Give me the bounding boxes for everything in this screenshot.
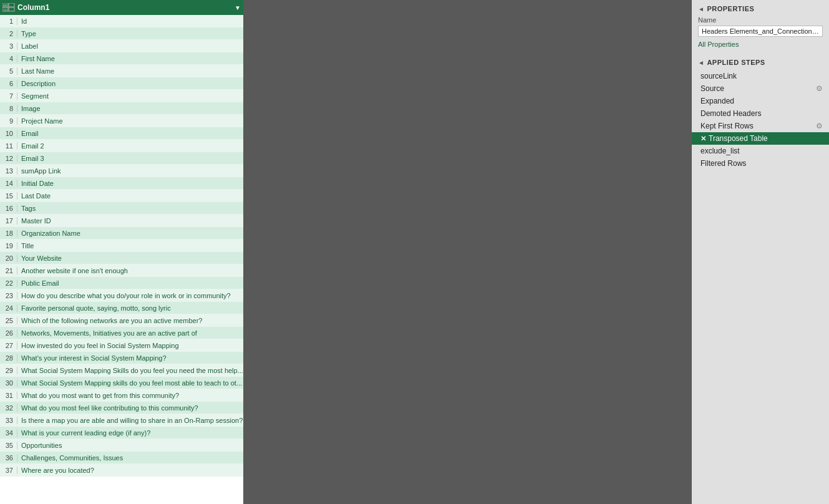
svg-rect-2 (9, 3, 14, 7)
step-label: Kept First Rows (701, 122, 813, 130)
row-number: 1 (0, 17, 17, 25)
properties-collapse-icon[interactable]: ◄ (698, 6, 704, 12)
row-value: Segment (17, 92, 49, 100)
column-header[interactable]: ABC 123 Column1 ▼ (0, 0, 243, 15)
row-number: 30 (0, 379, 17, 387)
table-row: 26Networks, Movements, Initiatives you a… (0, 327, 243, 339)
svg-rect-3 (9, 7, 14, 11)
right-panel: ◄ PROPERTIES Name Headers Elements_and_C… (692, 0, 829, 504)
row-number: 36 (0, 454, 17, 462)
table-row: 12Email 3 (0, 152, 243, 165)
row-number: 7 (0, 92, 17, 100)
table-row: 27How invested do you feel in Social Sys… (0, 339, 243, 352)
row-number: 32 (0, 404, 17, 412)
row-number: 14 (0, 180, 17, 187)
step-item-sourcelink[interactable]: sourceLink (692, 70, 829, 82)
row-number: 5 (0, 67, 17, 75)
row-number: 19 (0, 242, 17, 250)
step-item-demotedheaders[interactable]: Demoted Headers (692, 107, 829, 120)
step-item-filteredrows[interactable]: Filtered Rows (692, 157, 829, 170)
row-value: Challenges, Communities, Issues (17, 454, 123, 462)
row-number: 13 (0, 167, 17, 175)
table-row: 32What do you most feel like contributin… (0, 402, 243, 414)
properties-header: ◄ PROPERTIES (698, 5, 823, 12)
row-number: 9 (0, 117, 17, 125)
row-value: Where are you located? (17, 467, 94, 474)
table-row: 28What's your interest in Social System … (0, 352, 243, 364)
table-row: 3Label (0, 40, 243, 52)
row-value: First Name (17, 55, 55, 62)
all-properties-link[interactable]: All Properties (698, 41, 739, 48)
table-row: 1Id (0, 15, 243, 27)
step-item-exclude_list[interactable]: exclude_list (692, 145, 829, 157)
row-value: Email (17, 130, 39, 137)
row-value: Description (17, 80, 56, 87)
row-number: 16 (0, 205, 17, 212)
step-label: Expanded (701, 97, 823, 105)
applied-steps-collapse-icon[interactable]: ◄ (698, 59, 704, 66)
step-item-source[interactable]: Source⚙ (692, 82, 829, 95)
table-row: 36Challenges, Communities, Issues (0, 452, 243, 464)
table-row: 19Title (0, 240, 243, 252)
table-row: 13sumApp Link (0, 165, 243, 177)
row-value: Organization Name (17, 230, 80, 237)
table-row: 5Last Name (0, 65, 243, 77)
row-number: 33 (0, 417, 17, 424)
table-row: 22Public Email (0, 277, 243, 289)
table-row: 25Which of the following networks are yo… (0, 314, 243, 327)
step-label: Filtered Rows (701, 159, 823, 168)
row-value: Last Name (17, 67, 54, 75)
row-number: 20 (0, 254, 17, 262)
row-number: 15 (0, 192, 17, 200)
row-number: 10 (0, 130, 17, 137)
row-value: How invested do you feel in Social Syste… (17, 342, 179, 349)
step-gear-icon[interactable]: ⚙ (816, 122, 823, 130)
table-row: 7Segment (0, 90, 243, 102)
row-value: Public Email (17, 279, 59, 287)
row-value: Email 3 (17, 155, 44, 162)
row-number: 3 (0, 42, 17, 50)
row-number: 12 (0, 155, 17, 162)
table-row: 10Email (0, 127, 243, 140)
row-value: What do you most feel like contributing … (17, 404, 198, 412)
center-area (243, 0, 692, 504)
table-row: 4First Name (0, 52, 243, 65)
table-body: 1Id2Type3Label4First Name5Last Name6Desc… (0, 15, 243, 504)
row-value: Email 2 (17, 142, 44, 150)
step-label: exclude_list (701, 147, 823, 155)
table-row: 30What Social System Mapping skills do y… (0, 377, 243, 389)
row-value: Which of the following networks are you … (17, 317, 202, 324)
row-value: What Social System Mapping Skills do you… (17, 367, 243, 374)
row-number: 25 (0, 317, 17, 324)
row-value: Label (17, 42, 38, 50)
row-value: Title (17, 242, 34, 250)
step-item-expanded[interactable]: Expanded (692, 95, 829, 107)
step-item-transposedtable[interactable]: ✕Transposed Table (692, 132, 829, 145)
row-number: 29 (0, 367, 17, 374)
name-value: Headers Elements_and_Connections_sum (698, 26, 823, 37)
row-number: 11 (0, 142, 17, 150)
table-row: 6Description (0, 77, 243, 90)
table-row: 9Project Name (0, 115, 243, 127)
step-gear-icon[interactable]: ⚙ (816, 84, 823, 93)
step-label: Source (701, 84, 813, 93)
row-value: What is your current leading edge (if an… (17, 429, 150, 437)
row-value: Image (17, 105, 41, 112)
table-row: 8Image (0, 102, 243, 115)
table-row: 11Email 2 (0, 140, 243, 152)
row-number: 34 (0, 429, 17, 437)
step-item-keptfirstrows[interactable]: Kept First Rows⚙ (692, 120, 829, 132)
row-number: 37 (0, 467, 17, 474)
row-value: How do you describe what you do/your rol… (17, 292, 231, 299)
table-row: 31What do you most want to get from this… (0, 389, 243, 402)
table-row: 15Last Date (0, 190, 243, 202)
step-label: Transposed Table (709, 134, 823, 143)
column-header-title: Column1 (17, 3, 232, 12)
applied-steps-section: ◄ APPLIED STEPS sourceLinkSource⚙Expande… (692, 52, 829, 504)
column-type-icon: ABC 123 (2, 3, 15, 12)
step-delete-icon[interactable]: ✕ (701, 135, 706, 143)
table-row: 24Favorite personal quote, saying, motto… (0, 302, 243, 314)
row-value: Opportunities (17, 442, 62, 449)
column-header-dropdown-icon[interactable]: ▼ (235, 4, 241, 11)
step-label: Demoted Headers (701, 109, 823, 118)
